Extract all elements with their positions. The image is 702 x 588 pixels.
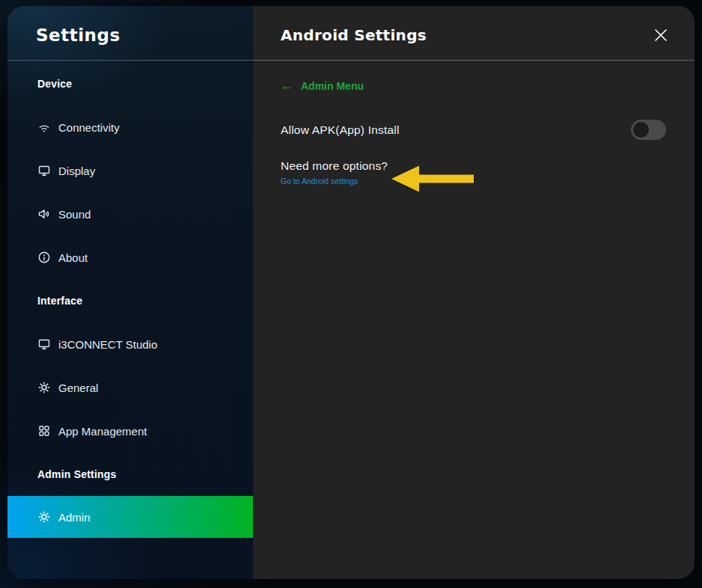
- screen-background: Settings Device Connectivity: [0, 0, 702, 588]
- more-options-block: Need more options? Go to Android setting…: [281, 159, 666, 187]
- sidebar-item-label: App Management: [58, 425, 147, 438]
- sidebar-item-label: Connectivity: [58, 121, 120, 134]
- back-link-label: Admin Menu: [301, 80, 364, 92]
- sidebar-item-general[interactable]: General: [7, 366, 253, 409]
- sidebar: Settings Device Connectivity: [7, 6, 253, 579]
- sidebar-item-label: Admin: [58, 511, 91, 524]
- sidebar-item-label: i3CONNECT Studio: [58, 338, 157, 351]
- gear-icon: [37, 510, 51, 524]
- sidebar-title: Settings: [36, 25, 120, 45]
- sidebar-item-connectivity[interactable]: Connectivity: [7, 105, 253, 149]
- apk-install-toggle[interactable]: [631, 120, 666, 140]
- speaker-icon: [37, 207, 51, 221]
- sidebar-item-display[interactable]: Display: [7, 149, 253, 192]
- info-icon: [37, 251, 51, 264]
- back-arrow-icon: ←: [281, 79, 293, 92]
- monitor-icon: [37, 164, 51, 177]
- settings-window: Settings Device Connectivity: [7, 6, 695, 579]
- sidebar-item-sound[interactable]: Sound: [7, 192, 253, 236]
- panel-body: ← Admin Menu Allow APK(App) Install Need…: [253, 61, 695, 187]
- sidebar-nav: Device Connectivity: [7, 61, 253, 538]
- monitor-icon: [37, 337, 51, 351]
- sidebar-header: Settings: [7, 6, 253, 61]
- section-header-admin-settings: Admin Settings: [7, 453, 253, 496]
- apk-install-row: Allow APK(App) Install: [281, 120, 666, 140]
- go-to-android-settings-link[interactable]: Go to Android settings: [281, 177, 358, 186]
- wifi-icon: [37, 120, 51, 134]
- section-header-interface: Interface: [7, 279, 253, 322]
- panel-header: Android Settings: [253, 6, 695, 61]
- panel-title: Android Settings: [281, 26, 427, 44]
- sidebar-item-label: About: [58, 251, 88, 264]
- gear-icon: [37, 381, 51, 394]
- close-button[interactable]: [650, 24, 672, 46]
- more-options-heading: Need more options?: [281, 159, 666, 173]
- sidebar-item-label: Display: [58, 165, 95, 177]
- android-settings-panel: Android Settings ← Admin Menu Allow APK(…: [253, 6, 695, 579]
- sidebar-item-label: General: [58, 382, 98, 394]
- back-to-admin-menu-link[interactable]: ← Admin Menu: [281, 79, 364, 92]
- section-header-device: Device: [7, 62, 253, 105]
- sidebar-item-label: Sound: [58, 208, 91, 221]
- apps-grid-icon: [37, 424, 51, 438]
- sidebar-item-about[interactable]: About: [7, 236, 253, 279]
- close-icon: [654, 33, 668, 44]
- sidebar-item-app-management[interactable]: App Management: [7, 409, 253, 453]
- sidebar-item-i3connect-studio[interactable]: i3CONNECT Studio: [7, 322, 253, 366]
- sidebar-item-admin[interactable]: Admin: [7, 496, 253, 538]
- apk-install-label: Allow APK(App) Install: [281, 123, 400, 137]
- toggle-knob: [633, 122, 649, 138]
